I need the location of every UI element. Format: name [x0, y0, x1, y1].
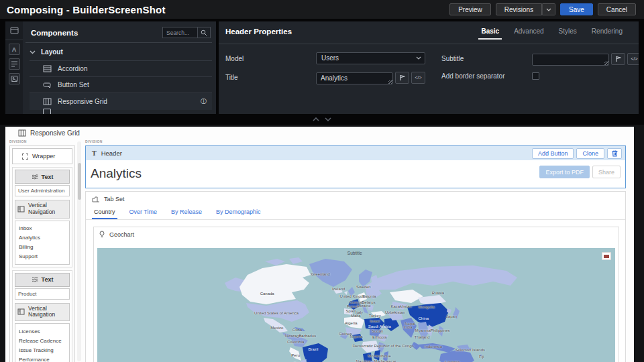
wrapper-contents: Text User Administration Vertical Naviga… [12, 167, 72, 267]
component-item-accordion[interactable]: Accordion [30, 60, 212, 76]
component-item-responsive-grid[interactable]: Responsive Grid ⓘ [30, 93, 212, 110]
component-search-input[interactable] [162, 27, 197, 38]
responsive-grid-root[interactable]: Responsive Grid [5, 127, 634, 139]
document-title: Composing - BuilderScreenShot [0, 4, 166, 15]
code-view-button[interactable]: </> [411, 72, 425, 84]
form-fields-category-icon[interactable] [9, 58, 20, 70]
wrapper-component[interactable]: Wrapper [12, 148, 72, 164]
nav-item[interactable]: Support [19, 252, 66, 261]
revisions-dropdown-button[interactable] [542, 3, 555, 15]
expression-flag-icon [399, 74, 405, 81]
properties-panel: Header Properties Basic Advanced Styles … [219, 21, 639, 114]
geochart-component[interactable]: Geochart [93, 227, 619, 362]
map-country-label: Malta [351, 314, 361, 318]
model-select[interactable]: Users [316, 52, 425, 64]
chart-menu-icon[interactable] [602, 252, 611, 260]
accordion-icon [43, 65, 52, 72]
vertical-navigation-icon [17, 206, 25, 213]
tab-by-demographic[interactable]: By Demographic [216, 208, 261, 219]
layout-category-icon[interactable] [9, 25, 20, 36]
nav-item[interactable]: Inbox [19, 224, 66, 233]
cancel-button[interactable]: Cancel [598, 3, 636, 15]
collapse-down-icon[interactable] [325, 117, 331, 121]
expression-editor-button[interactable] [395, 72, 409, 84]
map-country-label: Ukraine [357, 304, 371, 308]
geochart-pin-icon [99, 231, 105, 238]
tab-country[interactable]: Country [94, 208, 115, 219]
save-button[interactable]: Save [560, 3, 593, 15]
map-country-label: Solomon Islands [455, 348, 485, 352]
header-component-toolbar: T Header Add Button Clone [86, 146, 625, 160]
text-icon [32, 277, 38, 282]
map-country-label: Mexico [270, 326, 283, 330]
tab-by-release[interactable]: By Release [171, 208, 202, 219]
map-country-label: Canada [260, 292, 274, 296]
geochart-subtitle: Subtitle [347, 251, 362, 255]
nav-item[interactable]: Performance [19, 355, 66, 362]
media-category-icon[interactable] [9, 73, 20, 84]
code-view-button[interactable]: </> [627, 53, 639, 65]
tab-basic[interactable]: Basic [481, 27, 499, 42]
nav-item[interactable]: Analytics [19, 233, 66, 243]
map-country-label: Colombia [287, 340, 304, 344]
border-separator-checkbox[interactable] [532, 72, 539, 80]
map-country-label: Fiji [479, 355, 484, 359]
title-input[interactable] [316, 72, 393, 84]
map-country-label: Myanmar [415, 328, 432, 333]
preview-button[interactable]: Preview [449, 3, 491, 15]
map-country-label: Kazakhstan [390, 304, 411, 308]
info-icon[interactable]: ⓘ [201, 97, 207, 106]
map-country-label: Madagascar [374, 359, 396, 362]
responsive-grid-icon [43, 98, 52, 105]
tabset-component[interactable]: Tab Set Country Over Time By Release By … [85, 191, 626, 362]
text-component[interactable]: Text [15, 170, 70, 184]
nav-item[interactable]: Billing [19, 243, 66, 252]
map-country-label: Cuba [292, 328, 302, 332]
revisions-button[interactable]: Revisions [496, 3, 542, 15]
add-button-action[interactable]: Add Button [532, 148, 574, 159]
vertical-navigation-component[interactable]: Vertical Navigation [15, 303, 70, 322]
delete-component-button[interactable] [607, 148, 622, 159]
share-button[interactable]: Share [592, 166, 621, 178]
search-button[interactable] [197, 27, 211, 38]
collapse-up-icon[interactable] [313, 117, 319, 121]
component-item-button-set[interactable]: Button Set [30, 76, 212, 93]
vertical-navigation-component[interactable]: Vertical Navigation [15, 200, 70, 219]
nav-item[interactable]: Licenses [19, 326, 66, 336]
responsive-grid-icon [18, 129, 26, 137]
tab-advanced[interactable]: Advanced [514, 27, 543, 42]
properties-tabs: Basic Advanced Styles Rendering [481, 27, 631, 42]
text-value[interactable]: Product [15, 288, 70, 300]
properties-panel-title: Header Properties [225, 27, 292, 36]
header-component-selected[interactable]: T Header Add Button Clone Analytics Expo… [85, 145, 626, 188]
export-to-pdf-button[interactable]: Export to PDF [539, 166, 590, 178]
map-country-label: United States of America [254, 311, 299, 315]
text-category-icon[interactable]: A [9, 44, 20, 55]
navigation-items: Licenses Release Cadence Issue Tracking … [15, 323, 70, 362]
tab-styles[interactable]: Styles [559, 27, 577, 42]
grid-division-right: DIVISION T Header Add Button Clone Analy… [85, 139, 626, 362]
map-country-label: Greenland [311, 272, 330, 276]
text-value[interactable]: User Administration [15, 185, 70, 196]
components-panel-body: Components Layout Accordion Button Set R… [23, 21, 216, 114]
revisions-split-button: Revisions [496, 3, 555, 15]
nav-item[interactable]: Issue Tracking [19, 345, 66, 355]
map-country-label: Democratic Republic of the Congo [352, 344, 413, 348]
scrollbar-thumb[interactable] [78, 163, 81, 200]
navigation-items: Inbox Analytics Billing Support [15, 221, 70, 265]
nav-item[interactable]: Release Cadence [19, 336, 66, 345]
components-panel: A Components Layout Accordion [5, 21, 216, 114]
subtitle-input[interactable] [532, 54, 609, 66]
tab-over-time[interactable]: Over Time [129, 208, 158, 219]
geochart-map: Subtitle GreenlandIcelandCanadaUnited St… [97, 248, 615, 362]
clone-action[interactable]: Clone [576, 148, 604, 159]
vertical-navigation-icon [17, 308, 25, 315]
expression-editor-button[interactable] [611, 53, 625, 65]
layout-section-header[interactable]: Layout [23, 43, 216, 60]
tab-rendering[interactable]: Rendering [592, 27, 623, 42]
text-component[interactable]: Text [15, 273, 70, 287]
map-country-label: Sudan [372, 329, 383, 333]
map-country-label: Peru [291, 353, 300, 357]
subtitle-label: Subtitle [441, 55, 532, 62]
page-title: Analytics [91, 166, 142, 181]
